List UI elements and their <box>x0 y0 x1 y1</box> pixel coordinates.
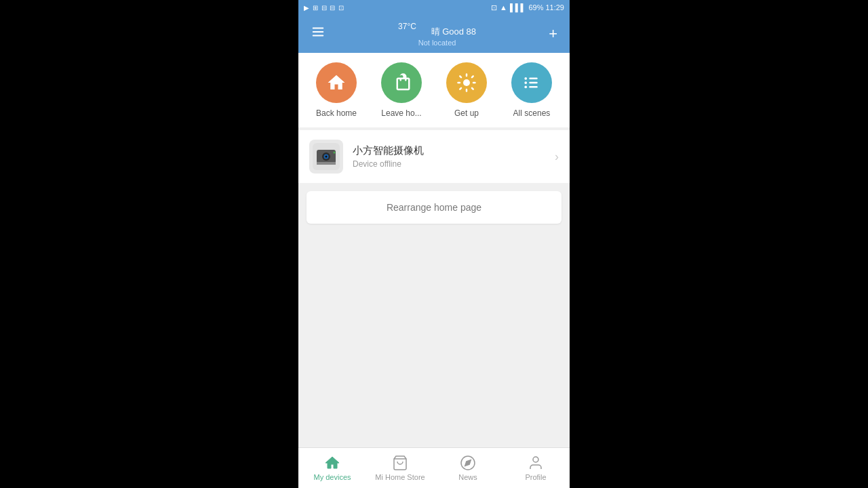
nav-mi-home-store-label: Mi Home Store <box>375 473 425 481</box>
list-icon <box>521 73 542 93</box>
svg-point-22 <box>326 156 328 158</box>
temp-unit: °C <box>407 22 416 31</box>
device-status: Device offline <box>353 159 545 169</box>
device-name: 小方智能摄像机 <box>353 144 545 157</box>
nav-home-icon <box>324 455 340 471</box>
svg-rect-2 <box>313 35 324 37</box>
status-bar: ▶ ⊞ ⊟ ⊟ ⊡ ⊡ ▲ ▌▌▌ 69% 11:29 <box>298 0 570 15</box>
nav-profile[interactable]: Profile <box>502 448 570 488</box>
svg-line-6 <box>460 76 461 77</box>
nav-my-devices[interactable]: My devices <box>298 448 366 488</box>
nav-shop-icon <box>392 455 408 471</box>
status-bar-icons: ▶ ⊞ ⊟ ⊟ ⊡ <box>304 4 344 12</box>
header-location: Not located <box>418 39 456 47</box>
svg-rect-17 <box>529 86 538 88</box>
svg-point-24 <box>334 152 336 154</box>
wifi-icon: ▲ <box>500 3 507 12</box>
get-up-label: Get up <box>454 108 479 118</box>
camera-device-icon <box>313 143 340 170</box>
nav-my-devices-label: My devices <box>313 473 351 481</box>
svg-rect-16 <box>529 82 538 84</box>
svg-point-12 <box>524 77 527 80</box>
add-button[interactable]: + <box>546 22 560 45</box>
scene-get-up[interactable]: Get up <box>446 62 487 118</box>
svg-point-13 <box>524 81 527 84</box>
svg-marker-27 <box>465 460 471 466</box>
header: 37°C 晴 Good 88 Not located + <box>298 15 570 53</box>
nav-person-icon <box>528 455 544 471</box>
svg-line-11 <box>472 76 473 77</box>
add-icon: + <box>549 25 557 42</box>
main-content: Back home Leave ho... <box>298 53 570 447</box>
svg-line-7 <box>472 88 473 89</box>
back-home-label: Back home <box>316 108 357 118</box>
all-scenes-icon-circle <box>511 62 552 103</box>
rearrange-button[interactable]: Rearrange home page <box>307 191 561 224</box>
bottom-nav: My devices Mi Home Store News Profile <box>298 447 570 488</box>
svg-rect-0 <box>313 28 324 29</box>
scene-leave-home[interactable]: Leave ho... <box>381 62 422 118</box>
cast-icon: ⊡ <box>491 3 497 12</box>
status-bar-left: ▶ ⊞ ⊟ ⊟ ⊡ <box>304 4 344 12</box>
header-center: 37°C 晴 Good 88 Not located <box>328 21 546 47</box>
svg-line-10 <box>460 88 461 89</box>
nav-profile-label: Profile <box>525 473 546 481</box>
svg-rect-15 <box>529 78 538 80</box>
temperature-value: 37 <box>398 22 407 31</box>
nav-compass-icon <box>460 455 476 471</box>
back-home-icon-circle <box>316 62 357 103</box>
scene-back-home[interactable]: Back home <box>316 62 357 118</box>
svg-point-3 <box>463 79 470 86</box>
svg-point-28 <box>533 457 538 462</box>
nav-news-label: News <box>458 473 477 481</box>
device-icon-wrap <box>309 140 343 174</box>
home-icon <box>326 73 347 93</box>
leave-home-icon-circle <box>381 62 422 103</box>
nav-mi-home-store[interactable]: Mi Home Store <box>366 448 434 488</box>
header-temperature: 37°C 晴 Good 88 <box>398 21 476 39</box>
battery-text: 69% 11:29 <box>528 3 564 12</box>
menu-button[interactable] <box>308 22 328 46</box>
signal-icon: ▌▌▌ <box>510 3 526 12</box>
get-up-icon-circle <box>446 62 487 103</box>
scene-all-scenes[interactable]: All scenes <box>511 62 552 118</box>
svg-rect-1 <box>313 31 324 33</box>
svg-point-14 <box>524 85 527 88</box>
sunrise-icon <box>456 73 477 93</box>
device-info: 小方智能摄像机 Device offline <box>353 144 545 169</box>
phone-frame: ▶ ⊞ ⊟ ⊟ ⊡ ⊡ ▲ ▌▌▌ 69% 11:29 37°C 晴 Good … <box>298 0 570 488</box>
svg-rect-23 <box>317 162 336 165</box>
device-chevron-icon: › <box>555 150 559 164</box>
all-scenes-label: All scenes <box>513 108 551 118</box>
device-card[interactable]: 小方智能摄像机 Device offline › <box>298 130 570 183</box>
status-bar-right: ⊡ ▲ ▌▌▌ 69% 11:29 <box>491 3 564 12</box>
nav-news[interactable]: News <box>434 448 502 488</box>
header-weather: 晴 Good 88 <box>431 26 477 37</box>
briefcase-icon <box>391 73 412 93</box>
leave-home-label: Leave ho... <box>381 108 421 118</box>
scenes-row: Back home Leave ho... <box>298 53 570 127</box>
